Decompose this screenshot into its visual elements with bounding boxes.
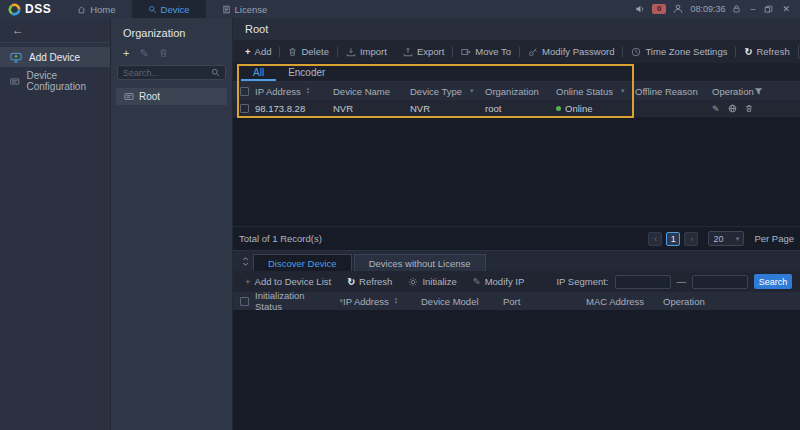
chevron-down-icon: ▾ <box>736 235 740 243</box>
device-toolbar: + Add Delete Import Export <box>233 40 800 63</box>
cell-organization: root <box>485 103 556 114</box>
collapse-panel-icon[interactable] <box>237 251 253 271</box>
app-logo: DSS <box>0 2 61 16</box>
ip-segment-end-input[interactable] <box>692 275 748 289</box>
page-number-button[interactable]: 1 <box>666 232 680 246</box>
sidebar-item-device-configuration[interactable]: Device Configuration <box>0 71 110 91</box>
tab-license[interactable]: License <box>206 0 284 18</box>
import-button[interactable]: Import <box>338 40 395 63</box>
minimize-button[interactable]: – <box>748 4 757 14</box>
next-page-button[interactable]: › <box>684 232 698 246</box>
tab-all[interactable]: All <box>241 63 276 81</box>
discover-refresh-button[interactable]: ↻ Refresh <box>339 271 400 292</box>
sidebar-item-label: Add Device <box>29 52 80 63</box>
device-table-row[interactable]: 98.173.8.28 NVR NVR root Online ✎ <box>233 100 800 118</box>
organization-node-icon <box>124 92 134 101</box>
organization-search <box>117 65 226 80</box>
row-checkbox[interactable] <box>240 104 249 113</box>
add-button[interactable]: + Add <box>237 40 279 63</box>
tab-home[interactable]: Home <box>61 0 131 18</box>
tree-item-label: Root <box>139 91 160 102</box>
restore-window-button[interactable] <box>764 5 773 14</box>
add-organization-button[interactable]: + <box>123 48 129 58</box>
discover-toolbar: + Add to Device List ↻ Refresh Initializ… <box>233 271 800 292</box>
sidebar-item-label: Device Configuration <box>27 70 101 92</box>
license-icon <box>222 5 231 14</box>
search-icon[interactable] <box>211 68 220 77</box>
tab-license-label: License <box>235 4 268 15</box>
cell-ip-address: 98.173.8.28 <box>255 103 333 114</box>
filter-dropdown-icon[interactable]: ▾ <box>621 87 625 95</box>
prev-page-button[interactable]: ‹ <box>648 232 662 246</box>
organization-title: Organization <box>111 18 232 41</box>
refresh-button[interactable]: ↻ Refresh <box>736 40 797 63</box>
initialize-button[interactable]: Initialize <box>400 271 464 292</box>
organization-search-input[interactable] <box>123 68 208 78</box>
move-to-button[interactable]: Move To <box>453 40 519 63</box>
lock-icon[interactable] <box>732 4 741 14</box>
cell-device-name: NVR <box>333 103 410 114</box>
organization-actions: + ✎ <box>111 41 232 64</box>
export-icon <box>403 47 413 57</box>
discover-tabs: Discover Device Devices without License <box>233 251 800 271</box>
back-arrow-icon[interactable]: ← <box>12 23 24 37</box>
alarm-count-badge[interactable]: 0 <box>652 4 666 14</box>
time-zone-settings-button[interactable]: Time Zone Settings <box>623 40 735 63</box>
clock-icon <box>631 47 641 57</box>
page-title: Root <box>233 18 800 40</box>
ip-segment-group: IP Segment: — Search <box>556 274 796 289</box>
tree-item-root[interactable]: Root <box>116 88 227 105</box>
tab-home-label: Home <box>90 4 115 15</box>
titlebar-right: 0 08:09:36 – ✕ <box>635 4 800 14</box>
titlebar: DSS Home Device License 0 08:09:36 – <box>0 0 800 18</box>
refresh-icon: ↻ <box>744 46 752 57</box>
discover-table-header: Initialization Status ▾ IP Address ▲▼ De… <box>233 292 800 310</box>
discover-panel: Discover Device Devices without License … <box>233 250 800 430</box>
tab-encoder[interactable]: Encoder <box>276 63 337 81</box>
organization-panel: Organization + ✎ Root <box>110 18 232 430</box>
ip-segment-label: IP Segment: <box>556 276 608 287</box>
ip-segment-search-button[interactable]: Search <box>754 274 792 289</box>
sort-icon[interactable]: ▲▼ <box>306 87 310 95</box>
online-status-dot <box>556 106 561 111</box>
key-icon <box>528 47 538 57</box>
delete-organization-button[interactable] <box>159 48 168 58</box>
tab-device[interactable]: Device <box>132 0 206 18</box>
filter-dropdown-icon[interactable]: ▾ <box>470 87 474 95</box>
dss-logo-icon <box>8 3 21 16</box>
filter-funnel-icon[interactable] <box>754 87 763 96</box>
alarm-speaker-icon[interactable] <box>635 4 645 14</box>
sort-icon[interactable]: ▲▼ <box>394 297 398 305</box>
per-page-select[interactable]: 20 ▾ <box>708 231 744 246</box>
select-all-checkbox[interactable] <box>240 87 249 96</box>
trash-icon <box>288 47 297 57</box>
delete-button[interactable]: Delete <box>280 40 336 63</box>
range-dash: — <box>677 276 687 287</box>
export-button[interactable]: Export <box>395 40 452 63</box>
plus-icon: + <box>245 276 251 287</box>
import-icon <box>346 47 356 57</box>
ip-segment-start-input[interactable] <box>615 275 671 289</box>
close-button[interactable]: ✕ <box>780 4 792 14</box>
home-icon <box>77 5 86 14</box>
modify-password-button[interactable]: Modify Password <box>520 40 622 63</box>
user-icon[interactable] <box>673 4 683 14</box>
tab-devices-without-license[interactable]: Devices without License <box>354 254 486 271</box>
delete-device-button[interactable] <box>745 104 753 113</box>
add-to-device-list-button[interactable]: + Add to Device List <box>237 271 339 292</box>
edit-device-button[interactable]: ✎ <box>712 104 720 114</box>
pagination: ‹ 1 › 20 ▾ Per Page <box>648 231 794 246</box>
top-nav: Home Device License <box>61 0 283 18</box>
select-all-checkbox[interactable] <box>240 297 249 306</box>
wrench-icon <box>148 5 157 14</box>
table-footer: Total of 1 Record(s) ‹ 1 › 20 ▾ Per Page <box>233 226 800 250</box>
add-device-icon <box>10 52 22 63</box>
sidebar-item-add-device[interactable]: Add Device <box>0 47 110 67</box>
modify-ip-button[interactable]: ✎ Modify IP <box>465 271 533 292</box>
app-name: DSS <box>25 2 51 16</box>
gear-icon <box>408 277 418 287</box>
tab-discover-device[interactable]: Discover Device <box>253 254 352 271</box>
edit-organization-button[interactable]: ✎ <box>139 48 148 58</box>
device-network-button[interactable] <box>728 104 737 113</box>
cell-device-type: NVR <box>410 103 485 114</box>
